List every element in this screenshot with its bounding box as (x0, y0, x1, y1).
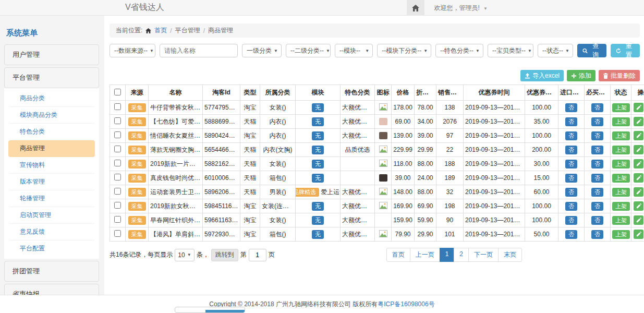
must-buy-toggle[interactable]: 否 (591, 230, 603, 239)
icp-link[interactable]: 粤ICP备16098006号 (378, 300, 434, 308)
price-cell: 169.90 (392, 199, 415, 213)
sidebar-panel-3[interactable]: 拼团管理 (4, 261, 99, 282)
batch-delete-button[interactable]: 批量删除 (599, 70, 640, 81)
status-toggle[interactable]: 上架 (612, 174, 630, 183)
import-select-cell: 否 (558, 143, 585, 157)
import-select-toggle[interactable]: 否 (565, 131, 577, 140)
import-select-toggle[interactable]: 否 (565, 174, 577, 183)
name-search-input[interactable] (160, 44, 238, 57)
sidebar-panel-4[interactable]: 省惠快报 (4, 284, 99, 295)
import-select-toggle[interactable]: 否 (565, 188, 577, 197)
page-button[interactable]: 下一页 (468, 248, 499, 262)
filter-select[interactable]: --模块下分类--▼ (377, 44, 431, 57)
filter-select[interactable]: --特色分类--▼ (435, 44, 483, 57)
must-buy-toggle[interactable]: 否 (591, 103, 603, 112)
must-buy-toggle[interactable]: 否 (591, 146, 603, 154)
filter-select[interactable]: --二级分类--▼ (286, 44, 331, 57)
page-button[interactable]: 1 (440, 248, 455, 262)
page-button[interactable]: 首页 (386, 248, 410, 262)
status-toggle[interactable]: 上架 (612, 160, 630, 168)
sidebar-item[interactable]: 意见反馈 (8, 224, 95, 240)
page-button[interactable]: 末页 (498, 248, 522, 262)
edit-icon (636, 175, 641, 180)
jump-button[interactable]: 跳转到 (211, 249, 238, 261)
row-checkbox[interactable] (114, 131, 121, 138)
row-checkbox[interactable] (114, 117, 121, 124)
must-buy-toggle[interactable]: 否 (591, 174, 603, 183)
page-button[interactable]: 上一页 (410, 248, 440, 262)
sidebar-item[interactable]: 启动页管理 (8, 207, 95, 224)
per-page-select[interactable]: 10▼ (175, 249, 194, 261)
must-buy-toggle[interactable]: 否 (591, 188, 603, 197)
price-cell: 148.00 (392, 185, 415, 199)
row-checkbox[interactable] (114, 146, 121, 152)
status-toggle[interactable]: 上架 (612, 146, 630, 154)
row-checkbox[interactable] (114, 103, 121, 110)
sidebar-panel-1[interactable]: 用户管理 (4, 44, 99, 65)
add-button[interactable]: 添加 (567, 70, 596, 81)
import-excel-button[interactable]: 导入excel (520, 70, 564, 81)
sidebar-item[interactable]: 商品分类 (8, 90, 95, 107)
sidebar-item[interactable]: 平台配置 (8, 240, 95, 257)
filter-select[interactable]: 一级分类▼ (242, 44, 282, 57)
import-select-toggle[interactable]: 否 (565, 146, 577, 154)
sidebar-item[interactable]: 特色分类 (8, 124, 95, 140)
row-checkbox[interactable] (114, 230, 121, 237)
page-button[interactable]: 2 (454, 248, 469, 262)
filter-select[interactable]: --数据来源--▼ (110, 44, 155, 57)
import-select-toggle[interactable]: 否 (565, 216, 577, 225)
must-buy-toggle[interactable]: 否 (591, 202, 603, 211)
row-checkbox[interactable] (114, 188, 121, 195)
import-select-toggle[interactable]: 否 (565, 103, 577, 112)
edit-button[interactable] (634, 145, 643, 154)
select-all-checkbox[interactable] (114, 89, 121, 95)
filter-select[interactable]: --状态--▼ (538, 44, 573, 57)
filter-select[interactable]: --宝贝类型--▼ (488, 44, 533, 57)
must-buy-toggle[interactable]: 否 (591, 131, 603, 140)
edit-button[interactable] (634, 215, 643, 225)
sidebar-item[interactable]: 模块商品分类 (8, 107, 95, 124)
sidebar-panel-2[interactable]: 平台管理 (4, 67, 99, 88)
edit-button[interactable] (634, 201, 643, 211)
row-checkbox[interactable] (114, 174, 121, 180)
select-all-header (110, 85, 126, 101)
chevron-down-icon: ▼ (274, 49, 278, 53)
sidebar-item[interactable]: 宣传物料 (8, 157, 95, 174)
user-menu[interactable]: 欢迎您，管理员! ▼ (434, 4, 488, 13)
edit-button[interactable] (634, 103, 643, 112)
edit-button[interactable] (634, 230, 643, 239)
must-buy-toggle[interactable]: 否 (591, 117, 603, 126)
import-select-toggle[interactable]: 否 (565, 117, 577, 126)
must-buy-toggle[interactable]: 否 (591, 216, 603, 225)
status-toggle[interactable]: 上架 (612, 230, 630, 239)
status-toggle[interactable]: 上架 (612, 131, 630, 140)
sidebar-item[interactable]: 轮播管理 (8, 190, 95, 207)
breadcrumb-home-link[interactable]: 首页 (154, 26, 167, 35)
import-select-toggle[interactable]: 否 (565, 230, 577, 239)
sidebar-item[interactable]: 商品管理 (8, 140, 95, 157)
import-select-toggle[interactable]: 否 (565, 160, 577, 168)
filter-select[interactable]: --模块--▼ (335, 44, 373, 57)
edit-button[interactable] (634, 131, 643, 140)
status-toggle[interactable]: 上架 (612, 103, 630, 112)
home-icon[interactable] (407, 0, 424, 16)
row-checkbox[interactable] (114, 202, 121, 209)
status-toggle[interactable]: 上架 (612, 216, 630, 225)
search-button[interactable]: 查询 (577, 44, 606, 57)
edit-button[interactable] (634, 187, 643, 197)
row-checkbox[interactable] (114, 160, 121, 166)
status-toggle[interactable]: 上架 (612, 188, 630, 197)
edit-button[interactable] (634, 159, 643, 168)
ops-cell (631, 227, 644, 242)
import-select-toggle[interactable]: 否 (565, 202, 577, 211)
reset-button[interactable]: 重置 (611, 44, 640, 57)
jump-page-input[interactable] (249, 249, 266, 261)
edit-button[interactable] (634, 117, 643, 126)
sidebar-item[interactable]: 版本管理 (8, 174, 95, 190)
status-toggle[interactable]: 上架 (612, 202, 630, 211)
module-cell: 无 (296, 171, 341, 185)
must-buy-toggle[interactable]: 否 (591, 160, 603, 168)
edit-button[interactable] (634, 173, 643, 183)
status-toggle[interactable]: 上架 (612, 117, 630, 126)
row-checkbox[interactable] (114, 216, 121, 223)
